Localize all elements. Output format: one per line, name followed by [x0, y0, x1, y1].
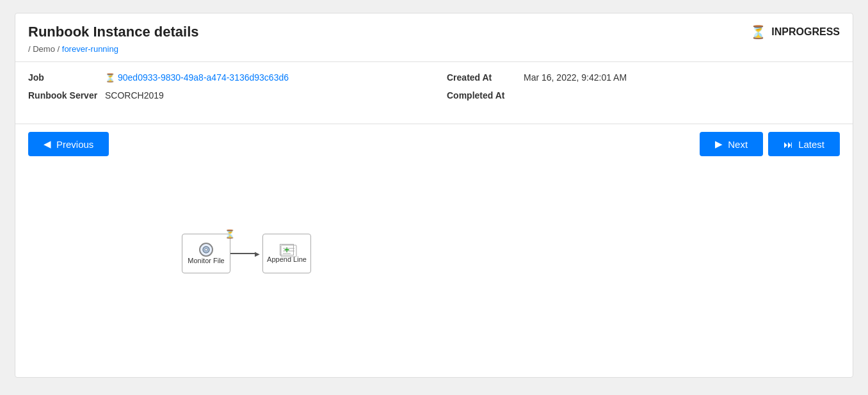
breadcrumb-separator2: / [58, 44, 62, 54]
breadcrumb-forever-running[interactable]: forever-running [62, 44, 118, 54]
title-row: Runbook Instance details ⏳ INPROGRESS [28, 24, 840, 40]
flow-diagram: ⏳ Monitor File + [182, 234, 311, 273]
previous-button[interactable]: ◀ Previous [28, 132, 109, 156]
hourglass-icon: ⏳ [750, 24, 766, 40]
svg-point-1 [205, 248, 207, 251]
breadcrumb-demo: Demo [33, 44, 55, 54]
job-value: ⏳ 90ed0933-9830-49a8-a474-3136d93c63d6 [105, 72, 289, 83]
job-link[interactable]: 90ed0933-9830-49a8-a474-3136d93c63d6 [118, 72, 289, 83]
diagram-area: ⏳ Monitor File + [15, 164, 853, 343]
completed-at-label: Completed At [447, 90, 524, 101]
completed-at-row: Completed At [447, 90, 840, 101]
page-title: Runbook Instance details [28, 24, 199, 40]
nav-btn-group: ▶ Next ⏭ Latest [700, 132, 840, 156]
runbook-server-label: Runbook Server [28, 90, 105, 101]
main-card: Runbook Instance details ⏳ INPROGRESS / … [15, 13, 853, 378]
details-right: Created At Mar 16, 2022, 9:42:01 AM Comp… [421, 72, 840, 108]
details-section: Job ⏳ 90ed0933-9830-49a8-a474-3136d93c63… [15, 62, 853, 118]
card-header: Runbook Instance details ⏳ INPROGRESS / … [15, 13, 853, 62]
monitor-file-icon [199, 243, 213, 257]
job-hourglass-icon: ⏳ [105, 73, 115, 83]
created-at-row: Created At Mar 16, 2022, 9:42:01 AM [447, 72, 840, 83]
append-line-icon: + [280, 244, 294, 255]
status-label: INPROGRESS [771, 26, 840, 38]
job-label: Job [28, 72, 105, 83]
created-at-value: Mar 16, 2022, 9:42:01 AM [524, 72, 627, 83]
job-row: Job ⏳ 90ed0933-9830-49a8-a474-3136d93c63… [28, 72, 421, 83]
monitor-file-node[interactable]: ⏳ Monitor File [182, 234, 230, 273]
breadcrumb: / Demo / forever-running [28, 44, 840, 54]
latest-button[interactable]: ⏭ Latest [768, 132, 840, 156]
runbook-server-row: Runbook Server SCORCH2019 [28, 90, 421, 101]
details-left: Job ⏳ 90ed0933-9830-49a8-a474-3136d93c63… [28, 72, 421, 108]
nav-bar: ◀ Previous ▶ Next ⏭ Latest [15, 124, 853, 164]
monitor-file-label: Monitor File [188, 257, 224, 264]
next-arrow-icon: ▶ [715, 138, 723, 150]
next-label: Next [728, 139, 748, 150]
status-badge: ⏳ INPROGRESS [750, 24, 840, 40]
next-button[interactable]: ▶ Next [700, 132, 763, 156]
latest-arrow-icon: ⏭ [784, 139, 793, 150]
monitor-file-badge: ⏳ [225, 229, 235, 239]
previous-label: Previous [56, 139, 93, 150]
previous-arrow-icon: ◀ [44, 138, 51, 150]
append-line-node[interactable]: + Append Line [262, 234, 311, 273]
runbook-server-value: SCORCH2019 [105, 90, 164, 101]
latest-label: Latest [798, 139, 824, 150]
created-at-label: Created At [447, 72, 524, 83]
flow-arrow-1 [230, 253, 262, 254]
